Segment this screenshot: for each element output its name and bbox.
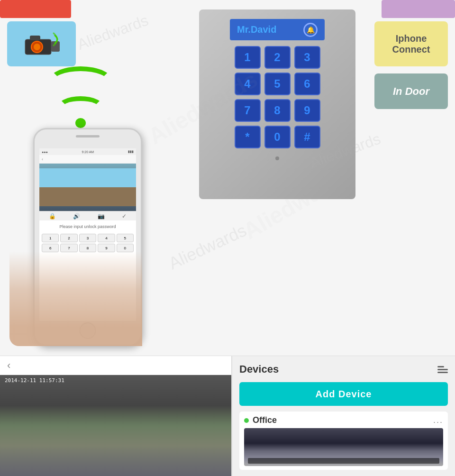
iphone-connect-label: Iphone Connect (379, 33, 443, 55)
key-4[interactable]: 4 (235, 73, 261, 95)
phone-key-1[interactable]: 1 (42, 234, 59, 242)
wifi-arc-middle (57, 96, 104, 119)
key-9[interactable]: 9 (294, 99, 320, 122)
app-left-screenshot: ‹ 2014-12-11 11:57:31 (0, 356, 232, 476)
watermark-4: Aliedwards (165, 220, 249, 274)
top-left-button[interactable] (0, 0, 71, 18)
bottom-section: ‹ 2014-12-11 11:57:31 Devices Add Device (0, 356, 455, 476)
device-item-office: Office ... (239, 412, 448, 470)
phone-numpad: 1 2 3 4 5 6 7 8 9 0 (39, 233, 136, 253)
device-thumbnail-bar (248, 458, 439, 464)
key-5[interactable]: 5 (264, 73, 291, 95)
app-left-header: ‹ (0, 356, 231, 375)
bell-icon: 🔔 (303, 23, 318, 37)
phone-key-5[interactable]: 5 (117, 234, 134, 242)
device-header: Office ... (244, 415, 443, 425)
device-name-row: Office (244, 415, 277, 425)
keypad-dot (275, 156, 279, 160)
key-hash[interactable]: # (294, 126, 320, 148)
top-section: Aliedwards Aliedwards Iphone Connect In … (0, 0, 455, 356)
app-right-header: Devices (239, 363, 448, 375)
indoor-label: In Door (393, 85, 429, 98)
back-arrow-icon[interactable]: ‹ (7, 359, 10, 372)
device-thumbnail[interactable] (244, 428, 443, 466)
key-8[interactable]: 8 (264, 99, 291, 122)
key-2[interactable]: 2 (264, 46, 291, 69)
iphone-connect-button[interactable]: Iphone Connect (374, 21, 448, 66)
phone-key-2[interactable]: 2 (60, 234, 77, 242)
app-right-screenshot: Devices Add Device Office ... (232, 356, 455, 476)
camera-icon (23, 31, 61, 57)
list-menu-icon[interactable] (437, 366, 448, 373)
indoor-button[interactable]: In Door (374, 73, 448, 109)
list-icon-line-1 (437, 366, 444, 367)
hand-holding-phone (9, 251, 142, 346)
key-1[interactable]: 1 (235, 46, 261, 69)
app-left-content: 2014-12-11 11:57:31 (0, 375, 231, 476)
key-6[interactable]: 6 (294, 73, 320, 95)
top-right-button[interactable] (382, 0, 455, 18)
top-buttons-row (0, 0, 455, 18)
devices-title: Devices (239, 363, 279, 375)
phone-key-3[interactable]: 3 (79, 234, 96, 242)
phone-password-prompt: Please input unlock password (39, 220, 136, 233)
keypad-display: Mr.David 🔔 (230, 19, 325, 40)
wifi-arc-outer (47, 66, 114, 99)
svg-point-2 (34, 44, 40, 50)
phone-camera-view (39, 164, 136, 211)
phone-wifi-area: ●●● 9:20 AM ▮▮▮ ‹ 🔒 🔊 📷 ✓ (9, 66, 166, 346)
key-3[interactable]: 3 (294, 46, 320, 69)
key-7[interactable]: 7 (235, 99, 261, 122)
cctv-overlay (0, 416, 231, 476)
add-device-button[interactable]: Add Device (239, 382, 448, 406)
svg-rect-3 (30, 36, 40, 40)
password-prompt-text: Please input unlock password (59, 224, 116, 229)
list-icon-line-2 (437, 369, 448, 370)
wifi-dot (75, 118, 86, 128)
keypad-grid: 1 2 3 4 5 6 7 8 9 * 0 # (235, 46, 320, 148)
phone-house-image (39, 168, 136, 206)
online-status-dot (244, 418, 249, 423)
phone-key-4[interactable]: 4 (98, 234, 115, 242)
wifi-signal (38, 66, 123, 128)
key-0[interactable]: 0 (264, 126, 291, 148)
cctv-view: 2014-12-11 11:57:31 (0, 375, 231, 476)
device-list: Office ... (239, 412, 448, 470)
device-name-label: Office (253, 415, 277, 425)
list-icon-line-3 (437, 372, 448, 373)
key-star[interactable]: * (235, 126, 261, 148)
keypad-display-name: Mr.David (237, 24, 276, 35)
keypad-panel: Mr.David 🔔 1 2 3 4 5 6 7 8 9 * 0 # (199, 9, 355, 199)
device-more-button[interactable]: ... (433, 415, 443, 425)
camera-icon-box (7, 21, 76, 66)
cctv-timestamp: 2014-12-11 11:57:31 (5, 377, 64, 384)
